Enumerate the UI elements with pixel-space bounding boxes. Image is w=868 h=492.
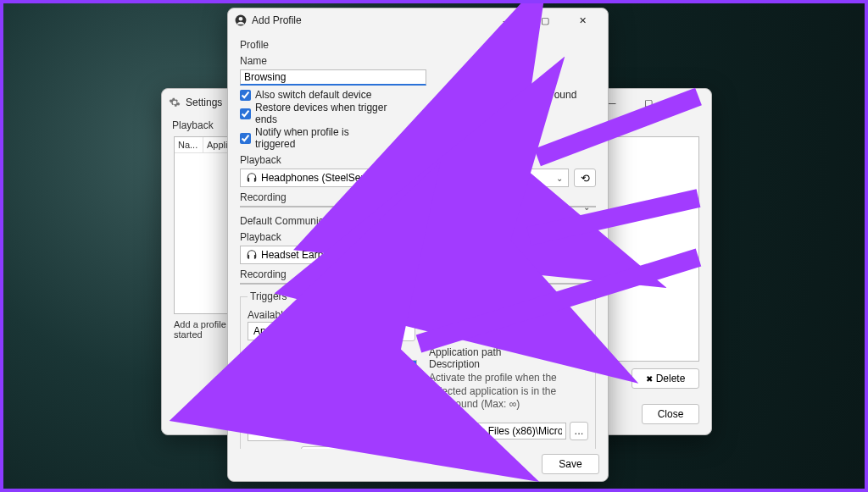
name-input[interactable] <box>240 69 426 86</box>
add-trigger-button[interactable]: Add <box>364 321 415 341</box>
chk-switch-default[interactable] <box>240 90 251 101</box>
name-label: Name <box>240 55 596 67</box>
profile-icon <box>235 14 247 26</box>
chk-notify[interactable] <box>240 133 251 144</box>
available-triggers-select[interactable]: Application path <box>248 322 358 340</box>
reset-icon: ⟲ <box>581 249 590 262</box>
active-trigger-item[interactable]: Application path <box>248 361 416 374</box>
comm-group-label: Default Communication Device <box>240 215 596 227</box>
description-label: Description <box>429 358 588 370</box>
close-button[interactable]: ✕ <box>667 91 704 114</box>
active-triggers-list[interactable]: Application path <box>248 360 417 441</box>
triggers-legend: Triggers <box>248 290 290 302</box>
profile-group-label: Profile <box>240 39 596 51</box>
chevron-down-icon: ⌄ <box>556 174 563 183</box>
addprofile-titlebar: Add Profile — ▢ ✕ <box>228 8 608 32</box>
browse-button[interactable]: ... <box>570 422 588 440</box>
chk-foreground[interactable] <box>442 96 453 107</box>
path-input[interactable] <box>429 423 566 439</box>
addprofile-title: Add Profile <box>252 14 302 26</box>
tab-playback[interactable]: Playback <box>172 119 214 131</box>
recording-device-combo[interactable]: ⌄ <box>240 206 596 207</box>
comm-recording-combo[interactable]: ⌄ <box>240 283 596 285</box>
playback-device-combo[interactable]: Headphones (SteelSeries Arctis 9 Game) ⌄ <box>240 169 569 187</box>
add-profile-dialog: Add Profile — ▢ ✕ Profile Name Also swit… <box>227 8 609 482</box>
delete-icon <box>646 373 656 384</box>
delete-button[interactable]: Delete <box>632 368 699 389</box>
recording-label: Recording <box>240 191 596 203</box>
svg-point-1 <box>239 17 243 21</box>
dlg-minimize-button[interactable]: — <box>489 8 526 32</box>
active-triggers-label: Active Triggers <box>248 348 417 360</box>
reset-comm-playback-button[interactable]: ⟲ <box>574 246 596 264</box>
chk-restore[interactable] <box>240 108 251 119</box>
chevron-down-icon: ⌄ <box>583 202 590 212</box>
close-settings-button[interactable]: Close <box>642 404 699 424</box>
maximize-button[interactable]: ▢ <box>630 91 667 114</box>
triggers-fieldset: Triggers Available Triggers Application … <box>240 290 596 449</box>
headset-icon <box>246 249 258 261</box>
reset-playback-button[interactable]: ⟲ <box>574 169 596 187</box>
save-button[interactable]: Save <box>542 454 599 474</box>
description-text: Activate the profile when the selected a… <box>429 372 588 412</box>
chevron-down-icon: ⌄ <box>556 251 563 260</box>
dlg-close-button[interactable]: ✕ <box>564 8 601 32</box>
col-name: Na... <box>175 137 203 152</box>
reset-icon: ⟲ <box>581 172 590 185</box>
comm-recording-label: Recording <box>240 268 596 280</box>
comm-playback-label: Playback <box>240 231 596 243</box>
chevron-down-icon: ⌄ <box>583 279 590 289</box>
dlg-maximize-button[interactable]: ▢ <box>526 8 564 32</box>
trigger-kind-label: Application path <box>429 346 588 358</box>
gear-icon <box>169 97 181 108</box>
available-triggers-label: Available Triggers <box>248 309 588 321</box>
settings-title: Settings <box>186 97 222 108</box>
headphones-icon <box>246 172 258 184</box>
playback-label: Playback <box>240 154 596 166</box>
comm-playback-combo[interactable]: Headset Earphone (SteelSeries Arctis 9 C… <box>240 246 569 264</box>
